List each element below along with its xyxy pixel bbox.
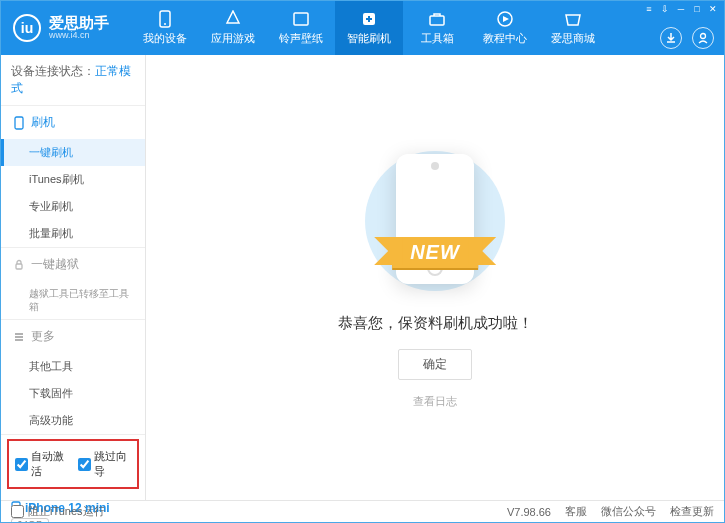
update-link[interactable]: 检查更新	[670, 504, 714, 519]
top-nav: 我的设备 应用游戏 铃声壁纸 智能刷机 工具箱 教程中心 爱思商城	[131, 1, 607, 55]
nav-label: 智能刷机	[347, 31, 391, 46]
app-name: 爱思助手	[49, 15, 109, 32]
sidebar: 设备连接状态：正常模式 刷机 一键刷机 iTunes刷机 专业刷机 批量刷机 一…	[1, 55, 146, 500]
options-highlight: 自动激活 跳过向导	[7, 439, 139, 489]
nav-label: 爱思商城	[551, 31, 595, 46]
connection-status: 设备连接状态：正常模式	[1, 55, 145, 106]
nav-my-device[interactable]: 我的设备	[131, 1, 199, 55]
confirm-button[interactable]: 确定	[398, 349, 472, 380]
nav-toolbox[interactable]: 工具箱	[403, 1, 471, 55]
store-icon	[564, 10, 582, 28]
sidebar-head-more[interactable]: 更多	[1, 320, 145, 353]
logo-icon: iu	[13, 14, 41, 42]
app-url: www.i4.cn	[49, 31, 109, 41]
sidebar-item-download[interactable]: 下载固件	[1, 380, 145, 407]
flash-icon	[360, 10, 378, 28]
lock-icon	[13, 259, 25, 271]
wallpaper-icon	[292, 10, 310, 28]
nav-label: 工具箱	[421, 31, 454, 46]
phone-icon	[156, 10, 174, 28]
new-ribbon: NEW	[392, 237, 478, 268]
nav-ringtone[interactable]: 铃声壁纸	[267, 1, 335, 55]
list-icon	[13, 331, 25, 343]
nav-label: 我的设备	[143, 31, 187, 46]
sidebar-label: 更多	[31, 328, 55, 345]
user-icon[interactable]	[692, 27, 714, 49]
sidebar-item-oneclick[interactable]: 一键刷机	[1, 139, 145, 166]
svg-point-6	[701, 34, 706, 39]
svg-point-1	[164, 23, 166, 25]
sidebar-item-pro[interactable]: 专业刷机	[1, 193, 145, 220]
window-controls: ≡ ⇩ ─ □ ✕	[638, 1, 724, 17]
sidebar-label: 一键越狱	[31, 256, 79, 273]
sidebar-head-flash[interactable]: 刷机	[1, 106, 145, 139]
apps-icon	[224, 10, 242, 28]
view-log-link[interactable]: 查看日志	[413, 394, 457, 409]
svg-rect-7	[15, 117, 23, 129]
checkbox-block-itunes[interactable]: 阻止iTunes运行	[11, 504, 105, 519]
download-icon[interactable]	[660, 27, 682, 49]
version-label: V7.98.66	[507, 506, 551, 518]
maximize-icon[interactable]: □	[690, 3, 704, 15]
phone-icon	[13, 116, 25, 130]
nav-store[interactable]: 爱思商城	[539, 1, 607, 55]
svg-rect-2	[294, 13, 308, 25]
nav-label: 应用游戏	[211, 31, 255, 46]
nav-label: 铃声壁纸	[279, 31, 323, 46]
checkbox-auto-activate[interactable]: 自动激活	[15, 449, 68, 479]
menu-icon[interactable]: ≡	[642, 3, 656, 15]
sidebar-label: 刷机	[31, 114, 55, 131]
nav-tutorial[interactable]: 教程中心	[471, 1, 539, 55]
main-content: NEW 恭喜您，保资料刷机成功啦！ 确定 查看日志	[146, 55, 724, 500]
jailbreak-note: 越狱工具已转移至工具箱	[1, 281, 145, 319]
checkbox-skip-guide[interactable]: 跳过向导	[78, 449, 131, 479]
tutorial-icon	[496, 10, 514, 28]
sidebar-item-other[interactable]: 其他工具	[1, 353, 145, 380]
sidebar-head-jailbreak[interactable]: 一键越狱	[1, 248, 145, 281]
nav-flash[interactable]: 智能刷机	[335, 1, 403, 55]
sidebar-item-advanced[interactable]: 高级功能	[1, 407, 145, 434]
success-illustration: NEW	[350, 146, 520, 296]
service-link[interactable]: 客服	[565, 504, 587, 519]
success-message: 恭喜您，保资料刷机成功啦！	[338, 314, 533, 333]
pin-icon[interactable]: ⇩	[658, 3, 672, 15]
close-icon[interactable]: ✕	[706, 3, 720, 15]
minimize-icon[interactable]: ─	[674, 3, 688, 15]
logo: iu 爱思助手 www.i4.cn	[1, 14, 121, 42]
sidebar-item-itunes[interactable]: iTunes刷机	[1, 166, 145, 193]
svg-rect-8	[16, 264, 22, 269]
nav-apps[interactable]: 应用游戏	[199, 1, 267, 55]
toolbox-icon	[428, 10, 446, 28]
app-header: iu 爱思助手 www.i4.cn 我的设备 应用游戏 铃声壁纸 智能刷机 工具…	[1, 1, 724, 55]
svg-rect-4	[430, 16, 444, 25]
nav-label: 教程中心	[483, 31, 527, 46]
wechat-link[interactable]: 微信公众号	[601, 504, 656, 519]
sidebar-item-batch[interactable]: 批量刷机	[1, 220, 145, 247]
